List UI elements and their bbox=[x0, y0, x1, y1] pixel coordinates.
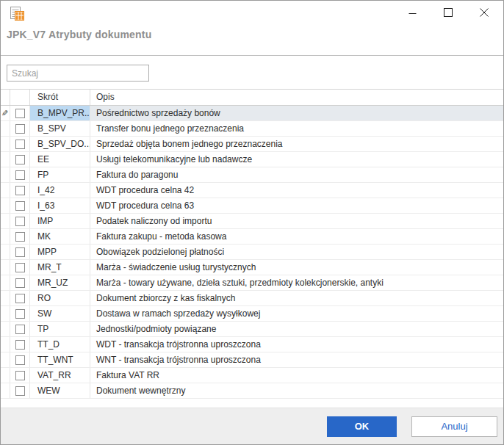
table-row[interactable]: ✎ RO Dokument zbiorczy z kas fiskalnych bbox=[1, 291, 503, 306]
row-code[interactable]: MK bbox=[30, 229, 90, 244]
table-row[interactable]: ✎ TT_D WDT - transakcja trójstronna upro… bbox=[1, 337, 503, 352]
row-checkbox[interactable] bbox=[15, 340, 25, 350]
minimize-button[interactable] bbox=[399, 1, 425, 23]
row-checkbox[interactable] bbox=[15, 232, 25, 242]
table-row[interactable]: ✎ TT_WNT WNT - transakcja trójstronna up… bbox=[1, 352, 503, 368]
row-checkbox-cell[interactable] bbox=[10, 137, 30, 151]
row-desc[interactable]: Faktura do paragonu bbox=[90, 167, 503, 182]
table-row[interactable]: ✎ MR_UZ Marża - towary używane, dzieła s… bbox=[1, 275, 503, 291]
header-checkbox-cell[interactable] bbox=[10, 90, 30, 105]
row-code[interactable]: MR_T bbox=[30, 260, 90, 275]
row-desc[interactable]: WDT procedura celna 42 bbox=[90, 183, 503, 198]
table-row[interactable]: ✎ MPP Obowiązek podzielonej płatności bbox=[1, 245, 503, 260]
row-code[interactable]: IMP bbox=[30, 214, 90, 228]
row-desc[interactable]: Podatek naliczony od importu bbox=[90, 214, 503, 228]
row-code[interactable]: MPP bbox=[30, 245, 90, 259]
row-checkbox-cell[interactable] bbox=[10, 229, 30, 244]
table-row[interactable]: ✎ EE Usługi telekomunikacyjne lub nadawc… bbox=[1, 152, 503, 167]
row-desc[interactable]: WDT - transakcja trójstronna uproszczona bbox=[90, 337, 503, 352]
table-row[interactable]: ✎ B_SPV Transfer bonu jednego przeznacze… bbox=[1, 121, 503, 137]
header-code-column[interactable]: Skrót bbox=[30, 90, 90, 105]
table-row[interactable]: ✎ I_42 WDT procedura celna 42 bbox=[1, 183, 503, 198]
row-desc[interactable]: WNT - transakcja trójstronna uproszczona bbox=[90, 352, 503, 367]
row-checkbox-cell[interactable] bbox=[10, 167, 30, 182]
row-checkbox[interactable] bbox=[15, 294, 25, 303]
table-row[interactable]: ✎ MR_T Marża - świadczenie usług turysty… bbox=[1, 260, 503, 275]
row-desc[interactable]: Dokument wewnętrzny bbox=[90, 383, 503, 398]
row-checkbox[interactable] bbox=[15, 278, 25, 288]
row-checkbox-cell[interactable] bbox=[10, 368, 30, 383]
row-desc[interactable]: Dostawa w ramach sprzedaży wysyłkowej bbox=[90, 306, 503, 321]
row-desc[interactable]: Transfer bonu jednego przeznaczenia bbox=[90, 121, 503, 136]
row-checkbox-cell[interactable] bbox=[10, 245, 30, 259]
row-desc[interactable]: Faktura VAT RR bbox=[90, 368, 503, 383]
row-code[interactable]: MR_UZ bbox=[30, 275, 90, 290]
row-checkbox[interactable] bbox=[15, 325, 25, 334]
table-row[interactable]: ✎ SW Dostawa w ramach sprzedaży wysyłkow… bbox=[1, 306, 503, 322]
row-checkbox-cell[interactable] bbox=[10, 352, 30, 367]
row-checkbox[interactable] bbox=[15, 386, 25, 396]
row-code[interactable]: WEW bbox=[30, 383, 90, 398]
row-checkbox-cell[interactable] bbox=[10, 183, 30, 198]
row-checkbox-cell[interactable] bbox=[10, 106, 30, 120]
row-checkbox[interactable] bbox=[15, 124, 25, 134]
table-row[interactable]: ✎ VAT_RR Faktura VAT RR bbox=[1, 368, 503, 383]
row-checkbox-cell[interactable] bbox=[10, 306, 30, 321]
row-checkbox-cell[interactable] bbox=[10, 383, 30, 398]
row-code[interactable]: EE bbox=[30, 152, 90, 167]
close-button[interactable] bbox=[471, 1, 497, 23]
table-row[interactable]: ✎ MK Faktura zakupu - metoda kasowa bbox=[1, 229, 503, 245]
row-desc[interactable]: Marża - towary używane, dzieła sztuki, p… bbox=[90, 275, 503, 290]
row-checkbox[interactable] bbox=[15, 263, 25, 272]
cancel-button[interactable]: Anuluj bbox=[411, 416, 497, 437]
maximize-button[interactable] bbox=[435, 1, 461, 23]
row-code[interactable]: FP bbox=[30, 167, 90, 182]
row-code[interactable]: B_MPV_PR... bbox=[30, 106, 90, 120]
row-checkbox[interactable] bbox=[15, 247, 25, 257]
row-checkbox[interactable] bbox=[15, 186, 25, 195]
row-code[interactable]: TT_WNT bbox=[30, 352, 90, 367]
row-checkbox[interactable] bbox=[15, 371, 25, 380]
row-checkbox[interactable] bbox=[15, 170, 25, 180]
row-desc[interactable]: Marża - świadczenie usług turystycznych bbox=[90, 260, 503, 275]
row-checkbox-cell[interactable] bbox=[10, 337, 30, 352]
row-checkbox-cell[interactable] bbox=[10, 121, 30, 136]
row-code[interactable]: VAT_RR bbox=[30, 368, 90, 383]
table-row[interactable]: ✎ WEW Dokument wewnętrzny bbox=[1, 383, 503, 399]
row-code[interactable]: B_SPV bbox=[30, 121, 90, 136]
row-desc[interactable]: Sprzedaż objęta bonem jednego przeznacze… bbox=[90, 137, 503, 151]
row-checkbox-cell[interactable] bbox=[10, 198, 30, 213]
row-checkbox[interactable] bbox=[15, 109, 25, 118]
row-checkbox[interactable] bbox=[15, 201, 25, 211]
row-desc[interactable]: Jednostki/podmioty powiązane bbox=[90, 322, 503, 336]
table-row[interactable]: ✎ I_63 WDT procedura celna 63 bbox=[1, 198, 503, 214]
row-desc[interactable]: Pośrednictwo sprzedaży bonów bbox=[90, 106, 503, 120]
row-checkbox-cell[interactable] bbox=[10, 260, 30, 275]
row-checkbox-cell[interactable] bbox=[10, 152, 30, 167]
row-code[interactable]: TP bbox=[30, 322, 90, 336]
table-row[interactable]: ✎ IMP Podatek naliczony od importu bbox=[1, 214, 503, 229]
row-desc[interactable]: Obowiązek podzielonej płatności bbox=[90, 245, 503, 259]
row-checkbox[interactable] bbox=[15, 155, 25, 164]
table-row[interactable]: ✎ TP Jednostki/podmioty powiązane bbox=[1, 322, 503, 337]
header-desc-column[interactable]: Opis bbox=[90, 90, 503, 105]
row-checkbox-cell[interactable] bbox=[10, 214, 30, 228]
row-desc[interactable]: Usługi telekomunikacyjne lub nadawcze bbox=[90, 152, 503, 167]
ok-button[interactable]: OK bbox=[327, 416, 397, 437]
row-desc[interactable]: Faktura zakupu - metoda kasowa bbox=[90, 229, 503, 244]
row-code[interactable]: I_42 bbox=[30, 183, 90, 198]
row-checkbox[interactable] bbox=[15, 217, 25, 226]
row-code[interactable]: TT_D bbox=[30, 337, 90, 352]
row-code[interactable]: RO bbox=[30, 291, 90, 305]
row-desc[interactable]: Dokument zbiorczy z kas fiskalnych bbox=[90, 291, 503, 305]
table-row[interactable]: ✎ FP Faktura do paragonu bbox=[1, 167, 503, 183]
row-checkbox[interactable] bbox=[15, 355, 25, 365]
table-row[interactable]: ✎ B_MPV_PR... Pośrednictwo sprzedaży bon… bbox=[1, 106, 503, 121]
search-input[interactable] bbox=[7, 65, 149, 82]
row-code[interactable]: B_SPV_DO... bbox=[30, 137, 90, 151]
row-checkbox[interactable] bbox=[15, 309, 25, 319]
row-checkbox-cell[interactable] bbox=[10, 322, 30, 336]
row-checkbox-cell[interactable] bbox=[10, 275, 30, 290]
row-code[interactable]: SW bbox=[30, 306, 90, 321]
row-desc[interactable]: WDT procedura celna 63 bbox=[90, 198, 503, 213]
